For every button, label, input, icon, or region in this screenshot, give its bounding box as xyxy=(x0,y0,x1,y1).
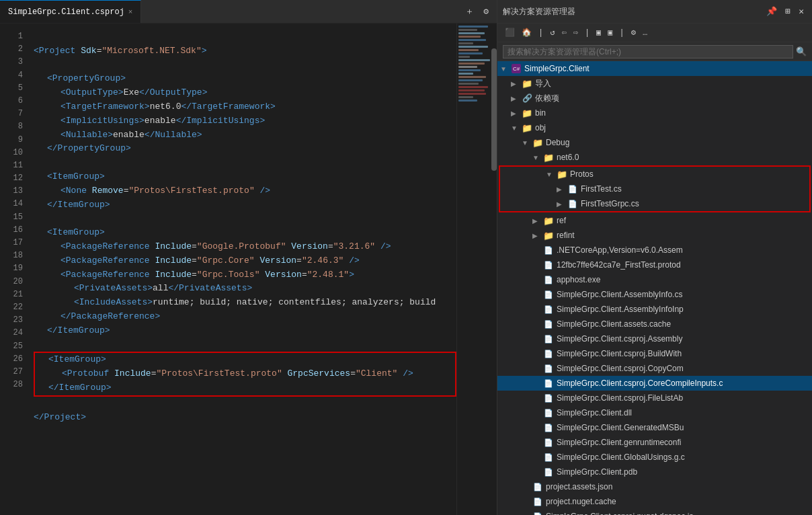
tree-item-passets[interactable]: ▶ 📄 project.assets.json xyxy=(497,479,812,494)
tree-label-f15: SimpleGrpc.Client.GlobalUsings.g.c xyxy=(557,452,685,462)
close-panel-button[interactable]: ✕ xyxy=(796,5,807,18)
nav-forward-button[interactable]: ⇨ xyxy=(571,26,580,39)
tree-item-net60[interactable]: ▼ 📁 net6.0 xyxy=(497,150,812,165)
code-line-24: <ItemGroup> xyxy=(35,353,455,367)
file-icon-f10: 📄 xyxy=(543,378,554,389)
tree-label-f6: SimpleGrpc.Client.assets.cache xyxy=(557,319,671,329)
tree-label-passets: project.assets.json xyxy=(546,482,612,491)
tree-item-refint[interactable]: ▶ 📁 refint xyxy=(497,228,812,243)
tree-item-f13[interactable]: ▶ 📄 SimpleGrpc.Client.GeneratedMSBu xyxy=(497,420,812,435)
more-button[interactable]: … xyxy=(641,27,649,39)
tree-item-protos-gen[interactable]: ▼ 📁 Protos xyxy=(500,167,809,182)
search-icon: 🔍 xyxy=(796,46,807,57)
code-line-16: <PackageReference Include="Google.Protob… xyxy=(34,240,456,254)
line-numbers: 1 2 3 4 5 6 7 8 9 10 11 12 13 14 15 16 1… xyxy=(0,24,27,515)
pin-button[interactable]: 📌 xyxy=(764,5,780,18)
tree-item-f4[interactable]: ▶ 📄 SimpleGrpc.Client.AssemblyInfo.cs xyxy=(497,287,812,302)
code-editor[interactable]: <Project Sdk="Microsoft.NET.Sdk"> <Prope… xyxy=(27,24,456,515)
refresh-button[interactable]: ↺ xyxy=(548,26,557,39)
file-icon-f5: 📄 xyxy=(543,304,554,315)
tree-item-f1[interactable]: ▶ 📄 .NETCoreApp,Version=v6.0.Assem xyxy=(497,243,812,258)
tab-bar: SimpleGrpc.Client.csproj × ＋ ⚙ xyxy=(0,0,497,24)
tree-label-firsttestgrpc-cs: FirstTestGrpc.cs xyxy=(581,199,639,208)
file-icon-firsttestgrpc-cs: 📄 xyxy=(567,198,578,209)
file-icon-firsttest-cs: 📄 xyxy=(567,184,578,194)
divider2: | xyxy=(583,27,592,39)
undock-button[interactable]: ⊞ xyxy=(782,5,793,18)
tree-item-fdg[interactable]: ▶ 📄 SimpleGrpc.Client.csproj.nuget.dgspe… xyxy=(497,509,812,515)
tree-label-f2: 12fbc7ffe642ca7e_FirstTest.protod xyxy=(557,260,681,270)
folder-icon-debug: 📁 xyxy=(532,137,543,148)
back-button[interactable]: ⬛ xyxy=(503,26,517,39)
tree-item-deps[interactable]: ▶ 🔗 依赖项 xyxy=(497,91,812,106)
code-line-1 xyxy=(34,30,456,44)
file-icon-fdg: 📄 xyxy=(532,511,543,515)
settings-button[interactable]: ⚙ xyxy=(629,26,638,39)
tree-arrow-deps: ▶ xyxy=(511,95,522,102)
folder-icon-bin: 📁 xyxy=(522,108,532,118)
tree-label-f3: apphost.exe xyxy=(557,275,600,284)
tree-item-f10[interactable]: ▶ 📄 SimpleGrpc.Client.csproj.CoreCompile… xyxy=(497,376,812,391)
tree-item-f16[interactable]: ▶ 📄 SimpleGrpc.Client.pdb xyxy=(497,465,812,479)
tab-close-button[interactable]: × xyxy=(128,8,133,16)
tree-label-f4: SimpleGrpc.Client.AssemblyInfo.cs xyxy=(557,290,682,299)
code-line-27 xyxy=(34,397,456,411)
solution-explorer-header: 解决方案资源管理器 📌 ⊞ ✕ xyxy=(497,0,812,24)
code-line-26: </ItemGroup> xyxy=(35,381,455,395)
tree-item-firsttestgrpc-cs[interactable]: ▶ 📄 FirstTestGrpc.cs xyxy=(500,196,809,211)
tree-label-pnuget: project.nuget.cache xyxy=(546,497,616,506)
tree-item-bin[interactable]: ▶ 📁 bin xyxy=(497,106,812,120)
tree-item-obj[interactable]: ▼ 📁 obj xyxy=(497,120,812,135)
search-input[interactable] xyxy=(503,45,793,58)
tree-item-pnuget[interactable]: ▶ 📄 project.nuget.cache xyxy=(497,494,812,509)
tree-item-f15[interactable]: ▶ 📄 SimpleGrpc.Client.GlobalUsings.g.c xyxy=(497,450,812,465)
minimap[interactable] xyxy=(456,24,497,515)
tree-label-deps: 依赖项 xyxy=(535,93,559,104)
tree-area: ▼ C# SimpleGrpc.Client ▶ 📁 导入 ▶ 🔗 依赖项 ▶ … xyxy=(497,61,812,515)
code-line-21: </PackageReference> xyxy=(34,310,456,324)
tree-item-f12[interactable]: ▶ 📄 SimpleGrpc.Client.dll xyxy=(497,405,812,420)
tree-item-f11[interactable]: ▶ 📄 SimpleGrpc.Client.csproj.FileListAb xyxy=(497,391,812,405)
file-icon-f9: 📄 xyxy=(543,363,554,374)
add-tab-button[interactable]: ＋ xyxy=(462,4,477,19)
tree-item-f3[interactable]: ▶ 📄 apphost.exe xyxy=(497,272,812,287)
code-line-12: <None Remove="Protos\FirstTest.proto" /> xyxy=(34,184,456,198)
tree-arrow-protos-gen: ▼ xyxy=(546,171,557,178)
code-line-8: <Nullable>enable</Nullable> xyxy=(34,128,456,143)
active-tab[interactable]: SimpleGrpc.Client.csproj × xyxy=(0,0,141,23)
tree-arrow-obj: ▼ xyxy=(511,124,522,132)
code-line-15: <ItemGroup> xyxy=(34,226,456,240)
tree-item-debug[interactable]: ▼ 📁 Debug xyxy=(497,135,812,150)
tree-arrow-import: ▶ xyxy=(511,80,522,87)
tree-item-f14[interactable]: ▶ 📄 SimpleGrpc.Client.genruntimeconfi xyxy=(497,435,812,450)
tree-label-bin: bin xyxy=(535,108,546,118)
tree-item-f8[interactable]: ▶ 📄 SimpleGrpc.Client.csproj.BuildWith xyxy=(497,346,812,361)
tree-item-ref[interactable]: ▶ 📁 ref xyxy=(497,213,812,228)
code-line-25: <Protobuf Include="Protos\FirstTest.prot… xyxy=(35,367,455,381)
code-line-7: <ImplicitUsings>enable</ImplicitUsings> xyxy=(34,114,456,128)
tree-arrow-ref: ▶ xyxy=(532,217,543,225)
code-line-28: </Project> xyxy=(34,411,456,425)
file-icon-f2: 📄 xyxy=(543,260,554,270)
tree-item-import[interactable]: ▶ 📁 导入 xyxy=(497,76,812,91)
tree-arrow-firsttestgrpc-cs: ▶ xyxy=(557,200,567,208)
folder-icon-obj: 📁 xyxy=(522,122,532,133)
view-toggle2[interactable]: ▣ xyxy=(606,26,614,39)
file-icon-passets: 📄 xyxy=(532,481,543,492)
tree-item-f5[interactable]: ▶ 📄 SimpleGrpc.Client.AssemblyInfoInp xyxy=(497,302,812,317)
file-icon-f7: 📄 xyxy=(543,333,554,344)
tree-item-f9[interactable]: ▶ 📄 SimpleGrpc.Client.csproj.CopyCom xyxy=(497,361,812,376)
deps-icon: 🔗 xyxy=(522,93,532,104)
protos-highlight-box: ▼ 📁 Protos ▶ 📄 FirstTest.cs ▶ 📄 FirstTes… xyxy=(499,165,811,212)
tree-item-root[interactable]: ▼ C# SimpleGrpc.Client xyxy=(497,61,812,76)
tree-item-firsttest-cs[interactable]: ▶ 📄 FirstTest.cs xyxy=(500,182,809,196)
tree-label-f12: SimpleGrpc.Client.dll xyxy=(557,408,632,418)
tree-item-f7[interactable]: ▶ 📄 SimpleGrpc.Client.csproj.Assembly xyxy=(497,331,812,346)
home-button[interactable]: 🏠 xyxy=(520,26,534,39)
view-toggle1[interactable]: ▣ xyxy=(594,26,603,39)
tree-label-f9: SimpleGrpc.Client.csproj.CopyCom xyxy=(557,364,684,373)
tab-settings-button[interactable]: ⚙ xyxy=(481,5,491,18)
tree-item-f6[interactable]: ▶ 📄 SimpleGrpc.Client.assets.cache xyxy=(497,317,812,331)
tree-item-f2[interactable]: ▶ 📄 12fbc7ffe642ca7e_FirstTest.protod xyxy=(497,258,812,272)
nav-back-button[interactable]: ⇦ xyxy=(559,26,568,39)
